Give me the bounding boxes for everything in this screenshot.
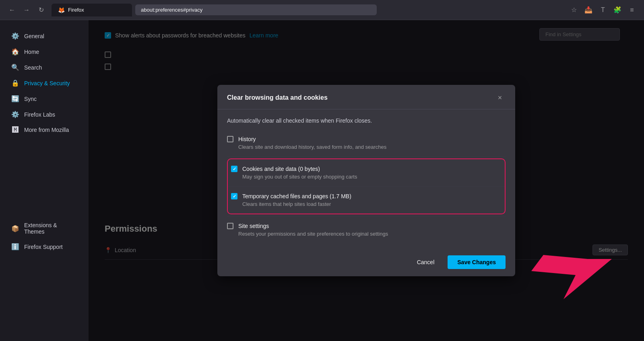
arrow-annotation [531, 227, 612, 301]
sidebar-label-home: Home [24, 49, 39, 55]
cookies-desc: May sign you out of sites or empty shopp… [242, 174, 502, 180]
site-settings-desc: Resets your permissions and site prefere… [238, 231, 506, 237]
modal-title: Clear browsing data and cookies [227, 94, 328, 101]
sidebar-label-more-mozilla: More from Mozilla [24, 127, 69, 133]
tab-title: Firefox [68, 7, 84, 13]
cookies-text: Cookies and site data (0 bytes) [242, 166, 320, 172]
refresh-button[interactable]: ↻ [35, 4, 47, 16]
sidebar-item-privacy[interactable]: 🔒 Privacy & Security [3, 75, 85, 91]
modal-close-button[interactable]: × [494, 92, 506, 103]
modal-body: Automatically clear all checked items wh… [217, 109, 515, 250]
sidebar-label-sync: Sync [24, 96, 37, 102]
pocket-icon[interactable]: 📥 [583, 4, 594, 16]
app-layout: ⚙️ General 🏠 Home 🔍 Search 🔒 Privacy & S… [0, 20, 644, 341]
search-icon: 🔍 [11, 64, 19, 71]
support-icon: ℹ️ [11, 243, 19, 251]
clear-data-modal: Clear browsing data and cookies × Automa… [217, 85, 515, 276]
history-label[interactable]: History [227, 136, 506, 142]
cookies-item: Cookies and site data (0 bytes) May sign… [228, 161, 505, 185]
sidebar-label-search: Search [24, 64, 42, 71]
site-settings-label[interactable]: Site settings [227, 223, 506, 229]
sidebar-label-privacy: Privacy & Security [24, 80, 70, 86]
highlighted-items-box: Cookies and site data (0 bytes) May sign… [227, 158, 506, 214]
sidebar-item-firefox-labs[interactable]: ⚙️ Firefox Labs [3, 107, 85, 122]
history-checkbox[interactable] [227, 136, 233, 142]
save-changes-button[interactable]: Save Changes [448, 255, 506, 269]
site-settings-item: Site settings Resets your permissions an… [227, 218, 506, 242]
extensions-icon[interactable]: 🧩 [612, 4, 623, 16]
sidebar-item-home[interactable]: 🏠 Home [3, 44, 85, 60]
sidebar-item-search[interactable]: 🔍 Search [3, 60, 85, 75]
mozilla-icon: 🅼 [11, 126, 19, 134]
tab-favicon: 🦊 [58, 7, 65, 13]
lock-icon: 🔒 [11, 79, 19, 87]
modal-backdrop: Clear browsing data and cookies × Automa… [89, 20, 644, 341]
profile-icon[interactable]: T [597, 4, 609, 16]
cache-checkbox[interactable] [231, 193, 237, 199]
sidebar-label-extensions: Extensions & Themes [24, 222, 77, 235]
cancel-button[interactable]: Cancel [409, 255, 443, 269]
labs-icon: ⚙️ [11, 111, 19, 118]
sidebar: ⚙️ General 🏠 Home 🔍 Search 🔒 Privacy & S… [0, 20, 89, 341]
address-text: about:preferences#privacy [141, 7, 202, 13]
gear-icon: ⚙️ [11, 32, 19, 40]
cookies-checkbox[interactable] [231, 166, 237, 172]
back-button[interactable]: ← [6, 4, 18, 16]
sidebar-item-sync[interactable]: 🔄 Sync [3, 91, 85, 107]
active-tab[interactable]: 🦊 Firefox [52, 4, 132, 16]
history-item: History Clears site and download history… [227, 131, 506, 155]
modal-header: Clear browsing data and cookies × [217, 85, 515, 109]
cache-desc: Clears items that help sites load faster [242, 201, 502, 207]
site-settings-checkbox[interactable] [227, 223, 233, 229]
cache-text: Temporary cached files and pages (1.7 MB… [242, 193, 351, 199]
sidebar-label-general: General [24, 33, 44, 39]
cache-label[interactable]: Temporary cached files and pages (1.7 MB… [231, 193, 502, 199]
sidebar-item-general[interactable]: ⚙️ General [3, 28, 85, 44]
sidebar-label-firefox-labs: Firefox Labs [24, 111, 55, 118]
sync-icon: 🔄 [11, 95, 19, 103]
main-content: Show alerts about passwords for breached… [89, 20, 644, 341]
menu-icon[interactable]: ≡ [626, 4, 638, 16]
cache-item: Temporary cached files and pages (1.7 MB… [228, 188, 505, 212]
sidebar-item-support[interactable]: ℹ️ Firefox Support [3, 239, 85, 255]
tab-bar: 🦊 Firefox about:preferences#privacy [52, 4, 564, 16]
svg-marker-0 [531, 255, 612, 299]
browser-chrome: ← → ↻ 🦊 Firefox about:preferences#privac… [0, 0, 644, 20]
home-icon: 🏠 [11, 48, 19, 55]
history-text: History [238, 136, 256, 142]
bookmark-icon[interactable]: ☆ [568, 4, 580, 16]
cookies-label[interactable]: Cookies and site data (0 bytes) [231, 166, 502, 172]
sidebar-item-extensions[interactable]: 📦 Extensions & Themes [3, 218, 85, 239]
modal-description: Automatically clear all checked items wh… [227, 117, 506, 124]
sidebar-label-support: Firefox Support [24, 244, 63, 250]
nav-buttons: ← → ↻ [6, 4, 47, 16]
modal-footer: Cancel Save Changes [217, 250, 515, 276]
forward-button[interactable]: → [21, 4, 32, 16]
site-settings-text: Site settings [238, 223, 269, 229]
history-desc: Clears site and download history, saved … [238, 144, 506, 150]
sidebar-item-more-mozilla[interactable]: 🅼 More from Mozilla [3, 122, 85, 138]
pink-arrow-svg [531, 227, 612, 299]
address-bar[interactable]: about:preferences#privacy [135, 4, 377, 15]
extensions-sidebar-icon: 📦 [11, 225, 19, 232]
toolbar-icons: ☆ 📥 T 🧩 ≡ [568, 4, 638, 16]
